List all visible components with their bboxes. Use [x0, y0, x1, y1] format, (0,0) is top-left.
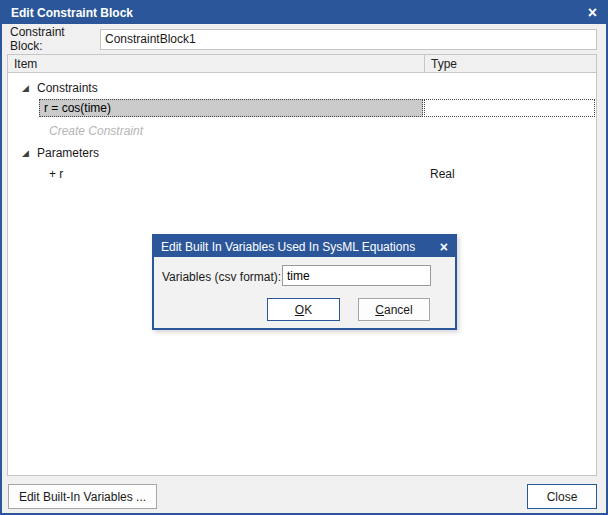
constraint-block-input[interactable] — [100, 29, 597, 50]
expanded-triangle-icon[interactable]: ◢ — [22, 148, 34, 158]
column-header-type[interactable]: Type — [424, 55, 596, 72]
modal-titlebar: Edit Built In Variables Used In SysML Eq… — [154, 236, 455, 257]
modal-title: Edit Built In Variables Used In SysML Eq… — [161, 240, 440, 254]
constraint-row-selected[interactable]: r = cos(time) — [8, 98, 596, 117]
edit-built-in-variables-button[interactable]: Edit Built-In Variables ... — [8, 484, 157, 509]
dialog-titlebar: Edit Constraint Block × — [2, 2, 606, 24]
create-constraint-row[interactable]: Create Constraint — [8, 121, 596, 140]
ok-button[interactable]: OK — [267, 298, 340, 321]
parameter-row[interactable]: + r Real — [8, 164, 596, 183]
parameter-type-cell: Real — [424, 167, 596, 181]
constraint-block-label: Constraint Block: — [10, 25, 100, 53]
variables-label: Variables (csv format): — [162, 270, 281, 284]
modal-body: Variables (csv format): OK Cancel — [154, 257, 455, 328]
constraint-block-field-row: Constraint Block: — [10, 28, 597, 50]
constraint-expression-cell[interactable]: r = cos(time) — [39, 99, 423, 117]
parameter-name-cell: + r — [8, 167, 424, 181]
tree-group-label: Constraints — [34, 81, 98, 95]
tree-group-constraints[interactable]: ◢ Constraints — [8, 78, 596, 97]
dialog-title: Edit Constraint Block — [11, 6, 588, 20]
column-header-item[interactable]: Item — [8, 57, 424, 71]
edit-variables-modal: Edit Built In Variables Used In SysML Eq… — [152, 234, 457, 330]
tree-group-parameters[interactable]: ◢ Parameters — [8, 143, 596, 162]
close-button[interactable]: Close — [527, 484, 597, 509]
tree-group-label: Parameters — [34, 146, 99, 160]
cancel-button[interactable]: Cancel — [358, 298, 430, 321]
constraint-type-cell[interactable] — [424, 99, 595, 117]
table-header: Item Type — [8, 55, 596, 73]
edit-constraint-block-dialog: Edit Constraint Block × Constraint Block… — [0, 0, 608, 515]
modal-close-icon[interactable]: × — [440, 239, 448, 255]
variables-input[interactable] — [282, 265, 431, 286]
close-icon[interactable]: × — [588, 5, 597, 21]
expanded-triangle-icon[interactable]: ◢ — [22, 83, 34, 93]
